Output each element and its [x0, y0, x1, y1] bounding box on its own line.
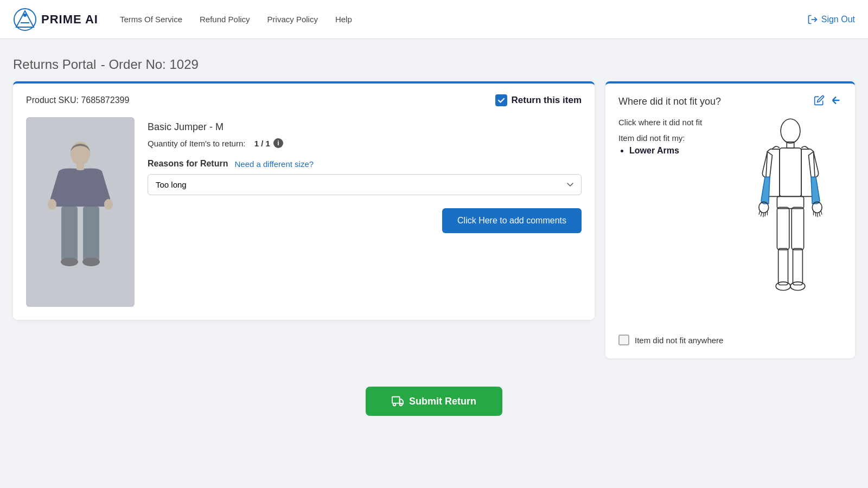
- body-diagram[interactable]: [744, 118, 842, 326]
- svg-rect-9: [61, 207, 78, 261]
- fit-title: Where did it not fit you?: [618, 96, 721, 107]
- fit-action-icons: [814, 94, 842, 109]
- svg-rect-15: [780, 148, 801, 196]
- need-size-link[interactable]: Need a different size?: [234, 159, 314, 169]
- fit-header: Where did it not fit you?: [618, 94, 842, 109]
- svg-line-24: [819, 212, 820, 216]
- product-image: [26, 117, 135, 307]
- svg-point-34: [790, 282, 805, 291]
- card-header: Product SKU: 7685872399 Return this item: [26, 94, 582, 106]
- logo-icon: [13, 8, 37, 31]
- svg-line-18: [759, 210, 760, 215]
- reason-select[interactable]: Too long Too short Too wide Too narrow W…: [148, 174, 582, 195]
- svg-rect-35: [392, 397, 400, 403]
- body-diagram-svg[interactable]: [744, 118, 837, 324]
- edit-icon[interactable]: [814, 95, 825, 108]
- return-this-item-area[interactable]: Return this item: [495, 94, 582, 106]
- not-fit-anywhere-area[interactable]: Item did not fit anywhere: [618, 335, 842, 345]
- sign-out-button[interactable]: Sign Out: [807, 14, 855, 25]
- fit-location-card: Where did it not fit you? Click where it: [605, 81, 855, 358]
- not-fit-anywhere-label: Item did not fit anywhere: [635, 336, 723, 345]
- sign-out-label: Sign Out: [821, 15, 855, 24]
- svg-line-20: [763, 213, 764, 217]
- return-item-label: Return this item: [512, 95, 582, 106]
- back-arrow-icon[interactable]: [830, 94, 842, 109]
- truck-icon: [392, 395, 404, 407]
- product-details: Basic Jumper - M Quantity of Item's to r…: [26, 117, 582, 307]
- svg-rect-31: [778, 248, 788, 285]
- sign-out-icon: [807, 14, 818, 25]
- main-content: Product SKU: 7685872399 Return this item: [0, 81, 868, 371]
- svg-rect-32: [793, 248, 802, 285]
- submit-return-button[interactable]: Submit Return: [366, 387, 502, 416]
- fit-area-item: Lower Arms: [629, 146, 736, 156]
- logo-text: PRIME AI: [41, 12, 98, 27]
- svg-rect-10: [83, 207, 99, 261]
- svg-rect-6: [76, 163, 84, 170]
- page-title-area: Returns Portal - Order No: 1029: [0, 39, 868, 81]
- submit-area: Submit Return: [0, 371, 868, 427]
- quantity-label: Quantity of Item's to return:: [148, 139, 245, 148]
- svg-line-23: [821, 210, 822, 215]
- svg-point-12: [82, 258, 100, 266]
- quantity-value: 1 / 1: [254, 139, 270, 148]
- not-fit-checkbox[interactable]: [618, 335, 629, 345]
- logo[interactable]: PRIME AI: [13, 8, 98, 31]
- svg-marker-1: [16, 11, 34, 27]
- quantity-info-icon[interactable]: i: [273, 138, 283, 148]
- order-subtitle: - Order No: 1029: [101, 57, 199, 72]
- nav-terms[interactable]: Terms Of Service: [120, 15, 182, 24]
- svg-point-8: [104, 199, 113, 210]
- nav-refund[interactable]: Refund Policy: [200, 15, 250, 24]
- add-comments-button[interactable]: Click Here to add comments: [442, 208, 582, 233]
- return-checkbox[interactable]: [495, 94, 507, 106]
- svg-point-11: [61, 258, 78, 266]
- fit-area-list: Lower Arms: [618, 146, 736, 156]
- fit-body-area: Click where it did not fit Item did not …: [618, 118, 842, 326]
- quantity-line: Quantity of Item's to return: 1 / 1 i: [148, 138, 582, 148]
- svg-rect-30: [792, 207, 803, 249]
- main-header: PRIME AI Terms Of Service Refund Policy …: [0, 0, 868, 39]
- svg-point-36: [393, 403, 396, 406]
- nav-privacy[interactable]: Privacy Policy: [267, 15, 318, 24]
- click-where-label: Click where it did not fit: [618, 118, 736, 127]
- svg-line-19: [761, 212, 762, 216]
- main-nav: Terms Of Service Refund Policy Privacy P…: [120, 15, 352, 24]
- product-info: Basic Jumper - M Quantity of Item's to r…: [148, 117, 582, 233]
- product-sku: Product SKU: 7685872399: [26, 95, 129, 105]
- svg-point-37: [400, 403, 403, 406]
- svg-rect-29: [777, 207, 789, 249]
- reasons-label: Reasons for Return Need a different size…: [148, 159, 582, 169]
- nav-help[interactable]: Help: [335, 15, 352, 24]
- svg-rect-28: [777, 196, 803, 208]
- did-not-fit-label: Item did not fit my:: [618, 133, 736, 143]
- page-title: Returns Portal - Order No: 1029: [13, 54, 855, 73]
- product-return-card: Product SKU: 7685872399 Return this item: [13, 81, 595, 320]
- svg-point-2: [23, 14, 27, 17]
- svg-point-7: [48, 199, 56, 210]
- product-name: Basic Jumper - M: [148, 121, 582, 133]
- submit-label: Submit Return: [409, 396, 476, 407]
- svg-line-25: [817, 213, 818, 217]
- svg-point-33: [776, 282, 790, 291]
- fit-text: Click where it did not fit Item did not …: [618, 118, 736, 156]
- svg-point-13: [781, 119, 800, 143]
